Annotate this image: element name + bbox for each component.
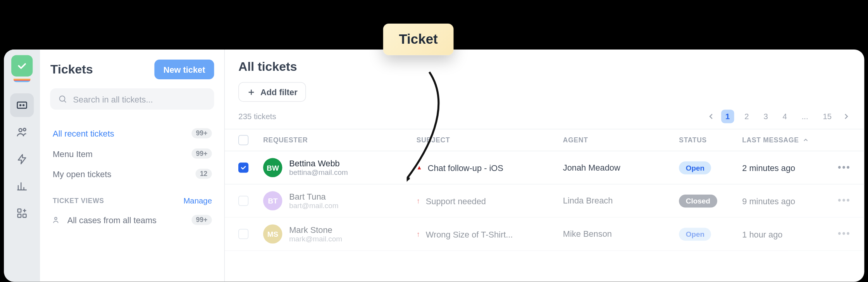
- page-number[interactable]: ...: [797, 110, 813, 123]
- view-label: All cases from all teams: [67, 215, 157, 225]
- select-all-checkbox[interactable]: [238, 135, 248, 145]
- sort-asc-icon: [802, 137, 809, 143]
- priority-low-icon: ↑: [417, 230, 420, 238]
- rail-tickets-icon[interactable]: [10, 93, 34, 117]
- last-message: 9 minutes ago: [742, 196, 795, 206]
- page-number[interactable]: 15: [818, 110, 836, 123]
- agent-name: Jonah Meadow: [563, 162, 620, 172]
- svg-point-3: [23, 105, 24, 106]
- col-last[interactable]: LAST MESSAGE: [742, 136, 838, 144]
- sidebar-title: Tickets: [50, 62, 93, 77]
- page-prev[interactable]: [706, 112, 715, 121]
- svg-rect-1: [17, 102, 27, 108]
- rail-bolt-icon[interactable]: [10, 147, 34, 171]
- ticket-view-item[interactable]: All cases from all teams99+: [50, 210, 214, 230]
- add-filter-label: Add filter: [260, 87, 298, 97]
- manage-link[interactable]: Manage: [183, 196, 212, 205]
- add-filter-button[interactable]: Add filter: [238, 82, 306, 102]
- sidebar: Tickets New ticket All recent tickets99+…: [40, 50, 225, 282]
- sidebar-nav-item[interactable]: All recent tickets99+: [50, 123, 214, 143]
- callout-arrow: [407, 67, 469, 196]
- nav-label: Menu Item: [53, 149, 93, 159]
- search-box[interactable]: [50, 88, 214, 109]
- page-number[interactable]: 2: [740, 110, 754, 123]
- view-badge: 99+: [191, 215, 212, 225]
- status-badge: Closed: [679, 194, 717, 207]
- app-logo[interactable]: [11, 55, 33, 76]
- sidebar-nav-item[interactable]: Menu Item99+: [50, 144, 214, 164]
- ticket-subject: Support needed: [426, 196, 486, 206]
- search-icon: [58, 94, 67, 104]
- requester-email: bettina@mail.com: [289, 168, 348, 177]
- plus-icon: [247, 87, 256, 96]
- search-input[interactable]: [73, 94, 207, 104]
- new-ticket-button[interactable]: New ticket: [154, 60, 214, 79]
- status-badge: Open: [679, 161, 711, 174]
- requester-email: mark@mail.com: [289, 234, 342, 243]
- status-badge: Open: [679, 227, 711, 240]
- requester-name: Bettina Webb: [289, 159, 348, 168]
- last-message: 2 minutes ago: [742, 163, 795, 173]
- page-number[interactable]: 3: [759, 110, 773, 123]
- rail-people-icon[interactable]: [10, 120, 34, 144]
- svg-rect-9: [23, 214, 26, 217]
- col-requester[interactable]: REQUESTER: [263, 136, 416, 144]
- main-title: All tickets: [238, 60, 851, 74]
- priority-low-icon: ↑: [417, 197, 420, 205]
- svg-point-11: [55, 217, 57, 220]
- requester-email: bart@mail.com: [289, 202, 338, 210]
- row-checkbox[interactable]: [238, 229, 248, 239]
- row-more-icon[interactable]: •••: [838, 196, 851, 206]
- ticket-subject: Wrong Size of T-Shirt...: [426, 229, 513, 239]
- row-checkbox[interactable]: [238, 162, 248, 173]
- col-agent[interactable]: AGENT: [563, 136, 679, 144]
- last-message: 1 hour ago: [742, 229, 782, 239]
- nav-label: All recent tickets: [53, 128, 114, 138]
- col-status[interactable]: STATUS: [679, 136, 742, 144]
- table-row[interactable]: BTBart Tunabart@mail.com↑Support neededL…: [225, 185, 864, 218]
- agent-name: Linda Breach: [563, 196, 613, 205]
- page-number[interactable]: 1: [721, 110, 734, 123]
- svg-point-2: [20, 105, 21, 106]
- ticket-count: 235 tickets: [238, 112, 276, 121]
- requester-name: Bart Tuna: [289, 192, 338, 202]
- rail-chart-icon[interactable]: [10, 174, 34, 198]
- requester-name: Mark Stone: [289, 225, 342, 235]
- table-header: REQUESTER SUBJECT AGENT STATUS LAST MESS…: [225, 129, 864, 151]
- table-row[interactable]: MSMark Stonemark@mail.com↑Wrong Size of …: [225, 218, 864, 251]
- logo-stripes: [14, 79, 31, 82]
- svg-marker-6: [18, 154, 26, 164]
- rail-apps-icon[interactable]: [10, 202, 34, 225]
- agent-name: Mike Benson: [563, 229, 612, 239]
- nav-rail: [4, 50, 40, 282]
- row-more-icon[interactable]: •••: [838, 162, 851, 173]
- views-heading: TICKET VIEWS: [53, 197, 104, 205]
- page-next[interactable]: [842, 112, 851, 121]
- avatar: BT: [263, 191, 282, 210]
- sidebar-nav-item[interactable]: My open tickets12: [50, 164, 214, 184]
- row-more-icon[interactable]: •••: [838, 229, 851, 239]
- table-row[interactable]: BWBettina Webbbettina@mail.com▲▲Chat fol…: [225, 151, 864, 185]
- pagination: 1234...15: [706, 110, 851, 123]
- svg-point-5: [23, 128, 26, 131]
- main-panel: All tickets Add filter 235 tickets 1234.…: [225, 50, 864, 282]
- svg-point-10: [60, 96, 65, 101]
- svg-rect-8: [18, 214, 21, 217]
- nav-badge: 99+: [191, 128, 212, 138]
- nav-badge: 99+: [191, 149, 212, 159]
- svg-point-4: [19, 128, 22, 132]
- callout-annotation: Ticket: [383, 24, 454, 55]
- avatar: BW: [263, 158, 282, 177]
- callout-label: Ticket: [383, 24, 454, 55]
- people-icon: [53, 215, 62, 224]
- svg-rect-7: [18, 209, 21, 212]
- row-checkbox[interactable]: [238, 196, 248, 206]
- nav-label: My open tickets: [53, 169, 112, 179]
- page-number[interactable]: 4: [778, 110, 792, 123]
- avatar: MS: [263, 224, 282, 243]
- nav-badge: 12: [195, 169, 212, 179]
